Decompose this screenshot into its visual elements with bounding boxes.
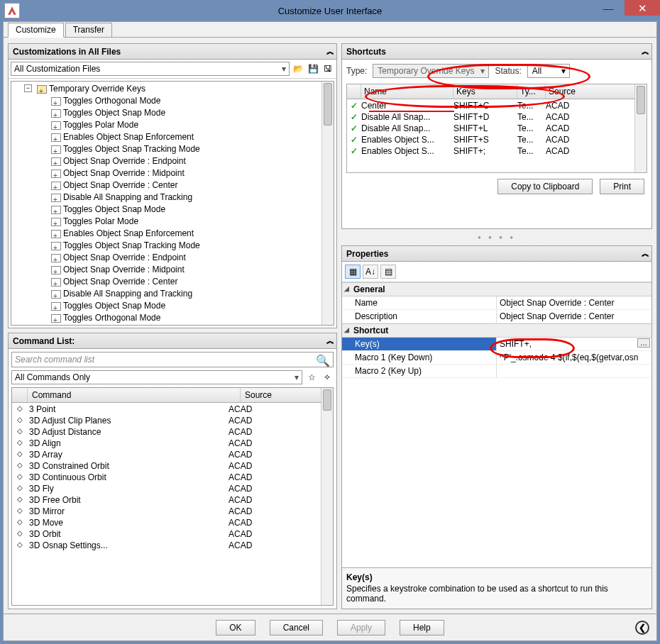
minimize-button[interactable]: — [592,0,625,16]
categorized-icon[interactable]: ▦ [345,265,361,279]
shortcuts-panel: Shortcuts ︽ Type: Temporary Override Key… [341,43,652,229]
close-button[interactable]: ✕ [625,0,660,16]
collapse-icon[interactable]: ︽ [326,335,332,346]
type-select[interactable]: Temporary Override Keys [373,64,489,78]
alphabetical-icon[interactable]: A↓ [363,265,378,279]
collapse-icon[interactable]: ︽ [326,46,332,57]
col-source[interactable]: Source [546,84,647,99]
save-all-icon[interactable]: 🖫 [321,62,334,75]
command-row[interactable]: ◇3D ArrayACAD [12,449,321,460]
shortcuts-table[interactable]: Name Keys Ty... Source ✓CenterSHIFT+CTe.… [346,84,647,173]
category-general[interactable]: General [342,282,651,296]
info-icon[interactable]: ❮ [635,621,649,635]
command-row[interactable]: ◇3D MoveACAD [12,517,321,528]
prop-keys-value[interactable]: SHIFT+, … [497,338,651,350]
prop-name-label: Name [342,296,497,309]
open-file-icon[interactable]: 📂 [292,62,304,75]
prop-desc-title: Key(s) [346,572,647,582]
shortcut-row[interactable]: ✓CenterSHIFT+CTe...ACAD [347,100,634,111]
prop-desc-value[interactable]: Object Snap Override : Center [497,310,651,323]
customizations-panel: Customizations in All Files ︽ All Custom… [8,43,337,328]
shortcut-row[interactable]: ✓Enables Object S...SHIFT+;Te...ACAD [347,145,634,157]
tab-transfer[interactable]: Transfer [65,23,112,38]
print-button[interactable]: Print [600,179,644,194]
col-name[interactable]: Name [361,84,453,99]
command-row[interactable]: ◇3D Adjust DistanceACAD [12,426,321,438]
tree-item[interactable]: Toggles Object Snap Mode [11,300,321,312]
prop-macro2-label: Macro 2 (Key Up) [342,365,497,377]
tree-root[interactable]: −Temporary Override Keys [11,83,321,95]
collapse-icon[interactable]: ︽ [642,46,647,57]
new-command-icon[interactable]: ✧ [321,371,334,384]
command-row[interactable]: ◇3D FlyACAD [12,483,321,494]
command-row[interactable]: ◇3D Adjust Clip PlanesACAD [12,415,321,426]
command-grid[interactable]: Command Source ◇3 PointACAD◇3D Adjust Cl… [11,387,334,606]
tree-item[interactable]: Object Snap Override : Center [11,179,321,191]
favorite-icon[interactable]: ☆ [305,371,318,384]
command-row[interactable]: ◇3D Continuous OrbitACAD [12,472,321,483]
collapse-icon[interactable]: ︽ [642,248,647,259]
property-description: Key(s) Specifies a keystroke combination… [342,567,651,609]
prop-macro2-value[interactable] [497,365,651,377]
tree-item[interactable]: Object Snap Override : Midpoint [11,167,321,179]
command-row[interactable]: ◇3D Constrained OrbitACAD [12,460,321,472]
ok-button[interactable]: OK [216,620,255,635]
cancel-button[interactable]: Cancel [270,620,323,635]
tree-item[interactable]: Object Snap Override : Endpoint [11,252,321,264]
tree-item[interactable]: Toggles Object Snap Tracking Mode [11,240,321,252]
tree-item[interactable]: Object Snap Override : Endpoint [11,155,321,167]
col-keys[interactable]: Keys [453,84,517,99]
col-source[interactable]: Source [241,388,333,402]
shortcuts-title: Shortcuts [346,47,386,57]
shortcut-row[interactable]: ✓Disable All Snap...SHIFT+DTe...ACAD [347,111,634,123]
tree-item[interactable]: Enables Object Snap Enforcement [11,131,321,143]
col-type[interactable]: Ty... [517,84,546,99]
title-bar: Customize User Interface — ✕ [0,0,660,21]
tree-item[interactable]: Enables Object Snap Enforcement [11,228,321,240]
command-filter-dropdown[interactable]: All Commands Only [11,370,302,384]
tree-scrollbar[interactable] [321,82,334,325]
customization-tree[interactable]: −Temporary Override KeysToggles Orthogon… [11,81,334,326]
prop-macro1-value[interactable]: ^P'_.osmode 4 $(if,$(eq,$(getvar,osn [497,351,651,364]
tree-item[interactable]: Object Snap Override : Center [11,276,321,288]
command-row[interactable]: ◇3 PointACAD [12,404,321,415]
splitter[interactable]: ● ● ● ● [341,233,652,241]
save-icon[interactable]: 💾 [307,62,319,75]
status-select[interactable]: All [527,64,570,78]
shortcuts-scrollbar[interactable] [634,84,647,172]
shortcut-row[interactable]: ✓Enables Object S...SHIFT+STe...ACAD [347,134,634,145]
search-command-input[interactable]: Search command list 🔍 [11,352,334,367]
command-row[interactable]: ◇3D AlignACAD [12,438,321,449]
tree-item[interactable]: Toggles Orthogonal Mode [11,95,321,107]
prop-name-value[interactable]: Object Snap Override : Center [497,296,651,309]
ellipsis-button[interactable]: … [637,338,650,348]
tree-item[interactable]: Toggles Object Snap Tracking Mode [11,143,321,155]
command-row[interactable]: ◇3D Osnap Settings...ACAD [12,540,321,551]
tab-customize[interactable]: Customize [8,23,64,38]
tree-item[interactable]: Toggles Object Snap Mode [11,204,321,216]
customization-file-dropdown[interactable]: All Customization Files [11,62,290,76]
tree-item[interactable]: Toggles Orthogonal Mode [11,312,321,324]
tree-item[interactable]: Disable All Snapping and Tracking [11,191,321,204]
category-shortcut[interactable]: Shortcut [342,323,651,338]
tree-item[interactable]: Toggles Polar Mode [11,216,321,228]
property-pages-icon[interactable]: ▤ [380,265,396,279]
help-button[interactable]: Help [400,620,444,635]
command-row[interactable]: ◇3D Free OrbitACAD [12,494,321,506]
property-grid[interactable]: General Name Object Snap Override : Cent… [342,282,651,567]
command-row[interactable]: ◇3D MirrorACAD [12,506,321,517]
tree-item[interactable]: Toggles Object Snap Mode [11,107,321,119]
prop-desc-label: Description [342,310,497,323]
tree-item[interactable]: Toggles Polar Mode [11,119,321,131]
col-command[interactable]: Command [28,388,241,402]
command-row[interactable]: ◇3D OrbitACAD [12,528,321,540]
properties-panel: Properties ︽ ▦ A↓ ▤ General Name Object … [341,245,652,609]
apply-button[interactable]: Apply [337,620,385,635]
tree-item[interactable]: Disable All Snapping and Tracking [11,288,321,300]
command-scrollbar[interactable] [321,388,333,605]
shortcut-row[interactable]: ✓Disable All Snap...SHIFT+LTe...ACAD [347,123,634,134]
tree-item[interactable]: Object Snap Override : Midpoint [11,264,321,276]
search-icon[interactable]: 🔍 [316,354,330,367]
copy-clipboard-button[interactable]: Copy to Clipboard [497,179,593,194]
tree-item[interactable]: Toggles Snap Mode [11,324,321,325]
